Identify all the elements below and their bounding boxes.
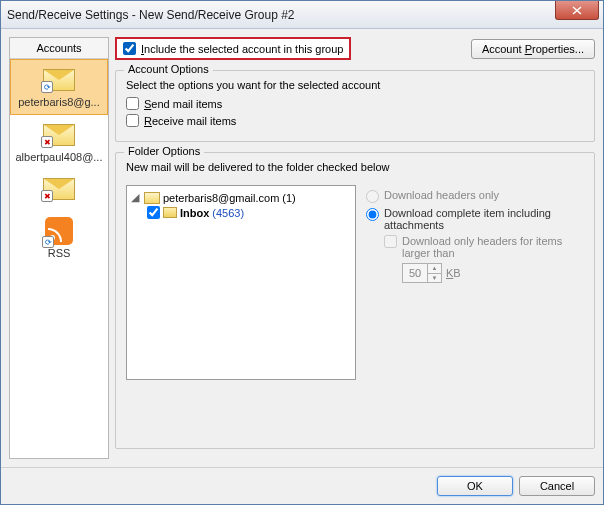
folder-options-fieldset: Folder Options New mail will be delivere… <box>115 152 595 449</box>
account-options-desc: Select the options you want for the sele… <box>126 79 584 91</box>
titlebar: Send/Receive Settings - New Send/Receive… <box>1 1 603 29</box>
download-options: Download headers only Download complete … <box>366 185 584 438</box>
account-label: peterbaris8@g... <box>13 96 105 108</box>
complete-item-label: Download complete item including attachm… <box>384 207 584 231</box>
spinner-buttons: ▲ ▼ <box>427 264 441 282</box>
headers-only-label: Download headers only <box>384 189 499 201</box>
dialog-footer: OK Cancel <box>1 467 603 504</box>
send-mail-checkbox[interactable] <box>126 97 139 110</box>
only-headers-larger-label: Download only headers for items larger t… <box>402 235 584 259</box>
include-checkbox-highlight: Include the selected account in this gro… <box>115 37 351 60</box>
account-item-1[interactable]: ⟳ peterbaris8@g... <box>10 59 108 115</box>
error-badge-icon: ✖ <box>41 190 53 202</box>
include-checkbox[interactable] <box>123 42 136 55</box>
tree-account-count: (1) <box>282 192 295 204</box>
sidebar-header: Accounts <box>10 38 108 59</box>
main-panel: Include the selected account in this gro… <box>115 37 595 459</box>
spinner-down-icon[interactable]: ▼ <box>428 274 441 283</box>
size-row: 50 ▲ ▼ KB <box>402 263 584 283</box>
collapse-arrow-icon[interactable]: ◢ <box>131 191 141 204</box>
only-headers-larger-checkbox[interactable] <box>384 235 397 248</box>
error-badge-icon: ✖ <box>41 136 53 148</box>
account-item-3[interactable]: ✖ <box>10 169 108 211</box>
send-mail-row: Send mail items <box>126 97 584 110</box>
tree-inbox-row[interactable]: Inbox (4563) <box>147 205 351 220</box>
window-title: Send/Receive Settings - New Send/Receive… <box>7 8 295 22</box>
only-headers-larger-row: Download only headers for items larger t… <box>384 235 584 259</box>
folder-icon <box>163 207 177 218</box>
folder-content: ◢ peterbaris8@gmail.com (1) Inbox (4563) <box>126 185 584 438</box>
receive-mail-row: Receive mail items <box>126 114 584 127</box>
folder-options-desc: New mail will be delivered to the folder… <box>126 161 584 173</box>
account-item-rss[interactable]: ⟳ RSS <box>10 211 108 265</box>
fieldset-title: Account Options <box>124 63 213 75</box>
account-properties-button[interactable]: Account Properties... <box>471 39 595 59</box>
envelope-icon: ⟳ <box>41 66 77 94</box>
dialog-body: Accounts ⟳ peterbaris8@g... ✖ albertpaul… <box>1 29 603 467</box>
rss-icon: ⟳ <box>45 217 73 245</box>
cancel-button[interactable]: Cancel <box>519 476 595 496</box>
tree-account-row[interactable]: ◢ peterbaris8@gmail.com (1) <box>131 190 351 205</box>
dialog-window: Send/Receive Settings - New Send/Receive… <box>0 0 604 505</box>
spinner-up-icon[interactable]: ▲ <box>428 264 441 274</box>
account-options-fieldset: Account Options Select the options you w… <box>115 70 595 142</box>
size-value: 50 <box>403 264 427 282</box>
headers-only-radio[interactable] <box>366 190 379 203</box>
folder-tree[interactable]: ◢ peterbaris8@gmail.com (1) Inbox (4563) <box>126 185 356 380</box>
receive-mail-label: Receive mail items <box>144 115 236 127</box>
account-item-2[interactable]: ✖ albertpaul408@... <box>10 115 108 169</box>
sync-badge-icon: ⟳ <box>41 81 53 93</box>
envelope-icon: ✖ <box>41 121 77 149</box>
inbox-checkbox[interactable] <box>147 206 160 219</box>
complete-item-row: Download complete item including attachm… <box>366 207 584 231</box>
envelope-icon: ✖ <box>41 175 77 203</box>
send-mail-label: Send mail items <box>144 98 222 110</box>
sync-badge-icon: ⟳ <box>42 236 54 248</box>
receive-mail-checkbox[interactable] <box>126 114 139 127</box>
headers-only-row: Download headers only <box>366 189 584 203</box>
tree-account-name: peterbaris8@gmail.com <box>163 192 279 204</box>
size-spinner[interactable]: 50 ▲ ▼ <box>402 263 442 283</box>
account-label: albertpaul408@... <box>12 151 106 163</box>
include-label: Include the selected account in this gro… <box>141 43 343 55</box>
size-unit: KB <box>446 267 461 279</box>
account-label: RSS <box>12 247 106 259</box>
fieldset-title: Folder Options <box>124 145 204 157</box>
mailbox-icon <box>144 192 160 204</box>
close-icon <box>572 6 582 15</box>
ok-button[interactable]: OK <box>437 476 513 496</box>
inbox-label: Inbox <box>180 207 209 219</box>
top-row: Include the selected account in this gro… <box>115 37 595 60</box>
close-button[interactable] <box>555 1 599 20</box>
accounts-sidebar: Accounts ⟳ peterbaris8@g... ✖ albertpaul… <box>9 37 109 459</box>
complete-item-radio[interactable] <box>366 208 379 221</box>
inbox-count: (4563) <box>212 207 244 219</box>
